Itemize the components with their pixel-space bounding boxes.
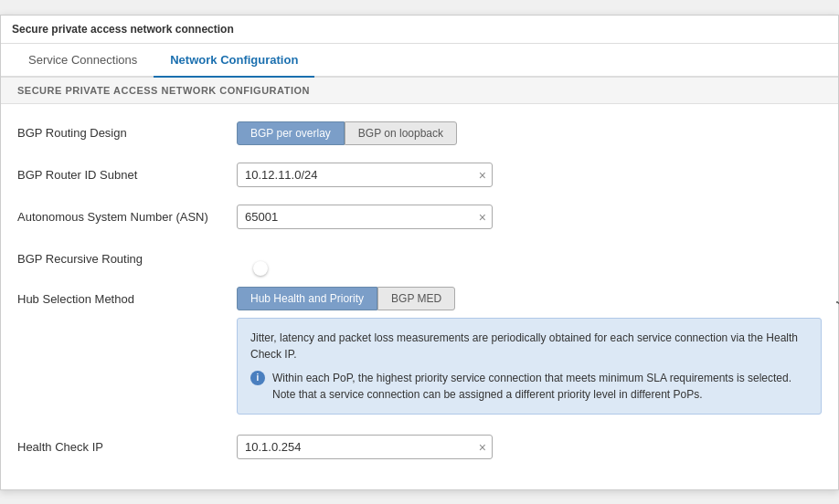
bgp-routing-design-row: BGP Routing Design BGP per overlay BGP o… (17, 119, 822, 148)
bgp-router-id-subnet-row: BGP Router ID Subnet × (17, 161, 822, 190)
asn-row: Autonomous System Number (ASN) × (17, 203, 822, 232)
asn-label: Autonomous System Number (ASN) (17, 210, 237, 224)
bgp-routing-design-label: BGP Routing Design (17, 126, 237, 140)
hub-info-row2: i Within each PoP, the highest priority … (250, 370, 808, 403)
health-check-ip-input-wrap: × (237, 435, 493, 459)
bgp-router-id-subnet-input-wrap: × (237, 163, 493, 187)
asn-clear[interactable]: × (479, 211, 486, 224)
bgp-recursive-routing-label: BGP Recursive Routing (17, 252, 237, 266)
btn-bgp-per-overlay[interactable]: BGP per overlay (237, 121, 345, 145)
main-window: Secure private access network connection… (0, 15, 839, 490)
btn-bgp-med[interactable]: BGP MED (377, 287, 455, 310)
bgp-router-id-subnet-clear[interactable]: × (479, 169, 486, 182)
health-check-ip-control: × (237, 435, 822, 459)
bgp-router-id-subnet-control: × (237, 163, 822, 187)
asn-control: × (237, 205, 822, 229)
hub-info-line1: Jitter, latency and packet loss measurem… (250, 330, 808, 362)
health-check-ip-row: Health Check IP × (17, 433, 822, 462)
hub-selection-method-label: Hub Selection Method (17, 287, 237, 306)
health-check-ip-label: Health Check IP (17, 440, 237, 454)
tab-bar: Service Connections Network Configuratio… (1, 44, 838, 78)
tab-network-configuration[interactable]: Network Configuration (154, 44, 314, 78)
hub-selection-method-control: Hub Health and Priority BGP MED Jitter, … (237, 287, 822, 420)
bgp-recursive-routing-row: BGP Recursive Routing (17, 245, 822, 274)
hub-selection-btn-group: Hub Health and Priority BGP MED (237, 287, 822, 310)
form-area: BGP Routing Design BGP per overlay BGP o… (1, 104, 838, 489)
window-title: Secure private access network connection (1, 16, 838, 44)
hub-info-line2: Within each PoP, the highest priority se… (272, 370, 808, 403)
bgp-router-id-subnet-input[interactable] (238, 163, 492, 186)
bgp-router-id-subnet-label: BGP Router ID Subnet (17, 168, 237, 182)
toggle-thumb (253, 261, 268, 276)
hub-selection-info-box: Jitter, latency and packet loss measurem… (237, 318, 822, 415)
tab-service-connections[interactable]: Service Connections (12, 44, 154, 78)
info-icon: i (250, 371, 265, 385)
cursor-indicator: ⇝ (835, 292, 839, 312)
btn-hub-health-priority[interactable]: Hub Health and Priority (237, 287, 377, 310)
asn-input-wrap: × (237, 205, 493, 229)
section-header: SECURE PRIVATE ACCESS NETWORK CONFIGURAT… (1, 78, 838, 104)
asn-input[interactable] (238, 205, 492, 228)
bgp-routing-design-control: BGP per overlay BGP on loopback (237, 121, 822, 145)
health-check-ip-input[interactable] (238, 436, 492, 458)
btn-bgp-on-loopback[interactable]: BGP on loopback (345, 121, 457, 145)
health-check-ip-clear[interactable]: × (479, 441, 486, 454)
hub-selection-method-row: Hub Selection Method Hub Health and Prio… (17, 287, 822, 420)
bgp-routing-btn-group: BGP per overlay BGP on loopback (237, 121, 822, 145)
